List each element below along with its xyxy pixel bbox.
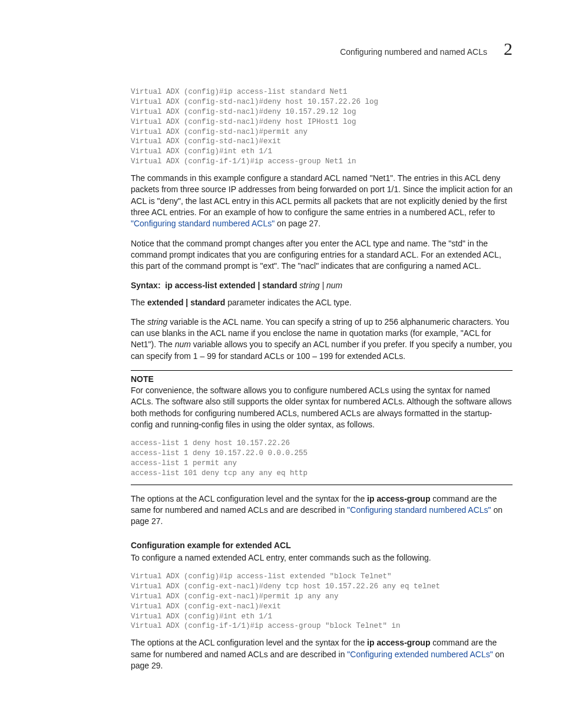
syntax-line: Syntax: ip access-list extended | standa…	[131, 281, 513, 290]
text: The options at the ACL configuration lev…	[131, 638, 367, 647]
code-block-standard-acl: Virtual ADX (config)#ip access-list stan…	[131, 87, 513, 167]
page: Configuring numbered and named ACLs 2 Vi…	[0, 0, 562, 728]
link-config-std-numbered-acls[interactable]: "Configuring standard numbered ACLs"	[131, 219, 275, 228]
text: The commands in this example configure a…	[131, 173, 513, 217]
link-config-std-numbered-acls[interactable]: "Configuring standard numbered ACLs"	[347, 505, 491, 515]
note-body: For convenience, the software allows you…	[131, 385, 513, 430]
code-block-note: access-list 1 deny host 10.157.22.26 acc…	[131, 439, 513, 479]
paragraph: The string variable is the ACL name. You…	[131, 317, 513, 362]
text-bold: ip access-group	[367, 638, 430, 647]
paragraph: The commands in this example configure a…	[131, 173, 513, 230]
paragraph: Notice that the command prompt changes a…	[131, 238, 513, 272]
syntax-label: Syntax:	[131, 281, 161, 290]
paragraph: The options at the ACL configuration lev…	[131, 493, 513, 528]
paragraph: The options at the ACL configuration lev…	[131, 637, 513, 671]
text: on page 27.	[275, 219, 320, 228]
page-header: Configuring numbered and named ACLs 2	[77, 39, 513, 59]
chapter-number: 2	[504, 39, 513, 59]
code-block-extended-acl: Virtual ADX (config)#ip access-list exte…	[131, 572, 513, 631]
text-bold: ip access-group	[367, 494, 430, 503]
link-config-ext-numbered-acls[interactable]: "Configuring extended numbered ACLs"	[347, 650, 492, 659]
note-block: NOTE For convenience, the software allow…	[131, 370, 513, 485]
text-italic: string	[147, 317, 167, 327]
paragraph: The extended | standard parameter indica…	[131, 297, 513, 308]
text: The	[131, 317, 147, 327]
text: parameter indicates the ACL type.	[225, 298, 351, 307]
paragraph: To configure a named extended ACL entry,…	[131, 552, 513, 564]
note-heading: NOTE	[131, 374, 513, 384]
text: The	[131, 298, 147, 307]
text: The options at the ACL configuration lev…	[131, 494, 367, 503]
subheading-extended-acl: Configuration example for extended ACL	[131, 541, 513, 550]
syntax-args: string | num	[299, 281, 342, 290]
syntax-command: ip access-list extended | standard	[165, 281, 297, 290]
header-title: Configuring numbered and named ACLs	[340, 47, 487, 57]
text-bold: extended | standard	[147, 298, 225, 307]
text-italic: num	[175, 340, 191, 349]
